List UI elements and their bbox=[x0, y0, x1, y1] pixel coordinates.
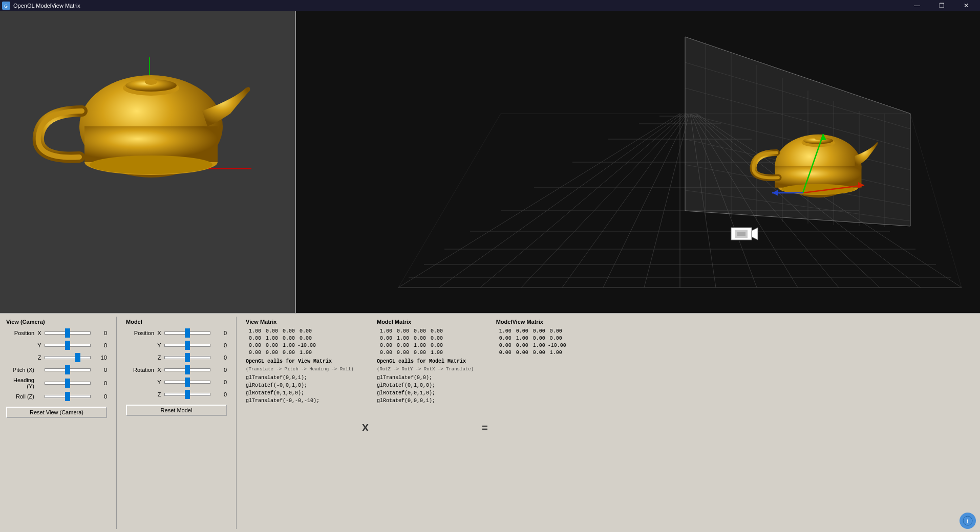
view-position-z-slider[interactable] bbox=[45, 356, 91, 359]
info-icon: i bbox=[963, 516, 973, 526]
vm-11: 1.00 bbox=[263, 335, 279, 342]
view-pitch-value: 0 bbox=[93, 367, 107, 373]
roll-label: Roll (Z) bbox=[6, 393, 34, 400]
model-rotation-x-slider[interactable] bbox=[164, 368, 210, 371]
position-label-x: Position bbox=[6, 330, 34, 336]
viewport-left[interactable] bbox=[0, 11, 296, 313]
view-heading-slider[interactable] bbox=[45, 382, 91, 385]
vm-03: 0.00 bbox=[296, 328, 313, 335]
reset-view-button[interactable]: Reset View (Camera) bbox=[6, 407, 107, 418]
mm-12: 0.00 bbox=[411, 335, 427, 342]
view-position-x-slider[interactable] bbox=[45, 331, 91, 335]
vm-13: 0.00 bbox=[296, 335, 313, 342]
mvv-11: 1.00 bbox=[513, 335, 529, 342]
svg-rect-68 bbox=[737, 232, 745, 236]
model-code-line-2: glRotatef(0,0,1,0); bbox=[377, 389, 474, 397]
mm-03: 0.00 bbox=[428, 328, 444, 335]
view-matrix-panel: View Matrix 1.00 0.00 0.00 0.00 0.00 1.0… bbox=[244, 317, 356, 529]
mm-30: 0.00 bbox=[377, 349, 393, 356]
mm-21: 0.00 bbox=[394, 342, 410, 349]
mvv-33: 1.00 bbox=[547, 349, 563, 356]
view-position-z-value: 10 bbox=[93, 354, 107, 361]
model-code-section: OpenGL calls for Model Matrix (RotZ -> R… bbox=[377, 358, 474, 405]
info-area: i bbox=[570, 317, 976, 529]
mm-10: 0.00 bbox=[377, 335, 393, 342]
mm-31: 0.00 bbox=[394, 349, 410, 356]
app-icon: G bbox=[2, 2, 10, 10]
view-roll-value: 0 bbox=[93, 393, 107, 400]
mvv-13: 0.00 bbox=[547, 335, 563, 342]
model-rotation-axis-z: Z bbox=[156, 391, 162, 397]
model-position-x-slider[interactable] bbox=[164, 331, 210, 335]
vm-32: 0.00 bbox=[280, 349, 296, 356]
mvv-03: 0.00 bbox=[547, 328, 563, 335]
model-rotation-label-x: Rotation bbox=[126, 367, 154, 373]
model-position-x-value: 0 bbox=[212, 330, 227, 336]
model-title: Model bbox=[126, 319, 227, 325]
mvv-02: 0.00 bbox=[530, 328, 546, 335]
mvv-32: 0.00 bbox=[530, 349, 546, 356]
view-position-y-value: 0 bbox=[93, 342, 107, 348]
equals-separator: = bbox=[480, 327, 490, 529]
x-separator: X bbox=[360, 327, 371, 529]
mvv-30: 0.00 bbox=[496, 349, 513, 356]
model-position-y-slider[interactable] bbox=[164, 344, 210, 347]
view-heading-value: 0 bbox=[93, 380, 107, 386]
model-panel: Model Position X 0 Y 0 bbox=[124, 317, 229, 529]
model-position-axis-y: Y bbox=[156, 342, 162, 348]
divider-2 bbox=[236, 317, 237, 529]
mm-13: 0.00 bbox=[428, 335, 444, 342]
mm-11: 1.00 bbox=[394, 335, 410, 342]
viewport-right[interactable] bbox=[296, 11, 980, 313]
model-code-subtitle: (RotZ -> RotY -> RotX -> Translate) bbox=[377, 366, 474, 373]
window-title: OpenGL ModelView Matrix bbox=[13, 3, 80, 9]
maximize-button[interactable]: ❐ bbox=[930, 0, 953, 11]
mm-32: 0.00 bbox=[411, 349, 427, 356]
view-position-y-slider[interactable] bbox=[45, 344, 91, 347]
model-position-y-value: 0 bbox=[212, 342, 227, 348]
model-rotation-y-value: 0 bbox=[212, 379, 227, 385]
model-rotation-z-slider[interactable] bbox=[164, 393, 210, 396]
svg-point-7 bbox=[145, 79, 157, 85]
model-rotation-z-value: 0 bbox=[212, 391, 227, 397]
info-button[interactable]: i bbox=[960, 513, 976, 529]
reset-model-button[interactable]: Reset Model bbox=[126, 405, 227, 416]
mm-33: 1.00 bbox=[428, 349, 444, 356]
mvv-12: 0.00 bbox=[530, 335, 546, 342]
view-pitch-slider[interactable] bbox=[45, 368, 91, 371]
minimize-button[interactable]: — bbox=[905, 0, 929, 11]
model-rotation-axis-x: X bbox=[156, 367, 162, 373]
vm-12: 0.00 bbox=[280, 335, 296, 342]
model-code-title: OpenGL calls for Model Matrix bbox=[377, 358, 474, 365]
svg-text:G: G bbox=[4, 4, 8, 9]
view-matrix-grid: 1.00 0.00 0.00 0.00 0.00 1.00 0.00 0.00 … bbox=[246, 328, 354, 356]
mm-20: 0.00 bbox=[377, 342, 393, 349]
model-position-axis-z: Z bbox=[156, 354, 162, 361]
model-code-line-3: glRotatef(0,0,0,1); bbox=[377, 397, 474, 405]
modelview-matrix-grid: 1.00 0.00 0.00 0.00 0.00 1.00 0.00 0.00 … bbox=[496, 328, 564, 356]
view-code-subtitle: (Translate -> Pitch -> Heading -> Roll) bbox=[246, 366, 354, 373]
mm-22: 1.00 bbox=[411, 342, 427, 349]
vm-30: 0.00 bbox=[246, 349, 262, 356]
view-code-title: OpenGL calls for View Matrix bbox=[246, 358, 354, 365]
close-button[interactable]: ✕ bbox=[954, 0, 978, 11]
vm-20: 0.00 bbox=[246, 342, 262, 349]
vm-01: 0.00 bbox=[263, 328, 279, 335]
position-axis-z: Z bbox=[36, 354, 42, 361]
vm-31: 0.00 bbox=[263, 349, 279, 356]
vm-33: 1.00 bbox=[296, 349, 313, 356]
model-matrix-grid: 1.00 0.00 0.00 0.00 0.00 1.00 0.00 0.00 … bbox=[377, 328, 474, 356]
view-code-line-2: glRotatef(0,1,0,0); bbox=[246, 389, 354, 397]
view-camera-title: View (Camera) bbox=[6, 319, 107, 325]
mm-00: 1.00 bbox=[377, 328, 393, 335]
view-roll-slider[interactable] bbox=[45, 395, 91, 398]
model-position-z-slider[interactable] bbox=[164, 356, 210, 359]
model-rotation-y-slider[interactable] bbox=[164, 381, 210, 384]
modelview-matrix-title: ModelView Matrix bbox=[496, 319, 564, 325]
view-code-line-1: glRotatef(-0,0,1,0); bbox=[246, 382, 354, 389]
mvv-00: 1.00 bbox=[496, 328, 513, 335]
mvv-20: 0.00 bbox=[496, 342, 513, 349]
mvv-21: 0.00 bbox=[513, 342, 529, 349]
model-rotation-axis-y: Y bbox=[156, 379, 162, 385]
model-code-line-0: glTranslatef(0,0); bbox=[377, 374, 474, 382]
